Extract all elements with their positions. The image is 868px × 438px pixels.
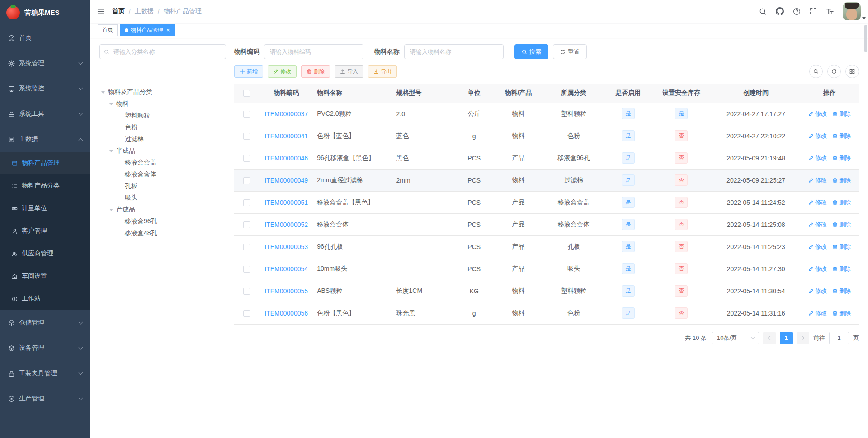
tree-node[interactable]: 过滤棉 (99, 133, 226, 145)
sidebar-item-material-product-mgmt[interactable]: 物料产品管理 (0, 152, 90, 174)
sidebar-item-system[interactable]: 系统管理 (0, 51, 90, 76)
row-checkbox[interactable] (243, 266, 250, 273)
tree-node[interactable]: 色粉 (99, 122, 226, 133)
breadcrumb-item[interactable]: 首页 (112, 7, 125, 15)
tree-node[interactable]: 物料 (99, 98, 226, 110)
row-delete-link[interactable]: 删除 (832, 198, 851, 207)
goto-page-input[interactable] (829, 332, 849, 344)
material-code-link[interactable]: ITEM00000037 (264, 110, 308, 118)
material-code-link[interactable]: ITEM00000051 (264, 199, 308, 206)
material-code-link[interactable]: ITEM00000049 (264, 177, 308, 184)
row-edit-link[interactable]: 修改 (808, 132, 827, 140)
caret-down-icon[interactable] (109, 209, 113, 213)
material-code-link[interactable]: ITEM00000053 (264, 243, 308, 250)
material-code-link[interactable]: ITEM00000041 (264, 132, 308, 140)
columns-button[interactable] (845, 65, 859, 78)
row-delete-link[interactable]: 删除 (832, 132, 851, 140)
tree-node[interactable]: 移液盒48孔 (99, 227, 226, 239)
tree-node[interactable]: 物料及产品分类 (99, 86, 226, 98)
row-delete-link[interactable]: 删除 (832, 221, 851, 229)
tree-node[interactable]: 移液盒96孔 (99, 216, 226, 227)
row-edit-link[interactable]: 修改 (808, 154, 827, 162)
sidebar-item-supplier-mgmt[interactable]: 供应商管理 (0, 242, 90, 265)
row-delete-link[interactable]: 删除 (832, 154, 851, 162)
sidebar-item-warehouse[interactable]: 仓储管理 (0, 310, 90, 335)
row-checkbox[interactable] (243, 221, 250, 228)
sidebar-item-monitor[interactable]: 系统监控 (0, 76, 90, 101)
row-checkbox[interactable] (243, 288, 250, 295)
tree-node[interactable]: 吸头 (99, 192, 226, 204)
sidebar-item-workshop-setting[interactable]: 车间设置 (0, 265, 90, 287)
tree-node[interactable]: 半成品 (99, 145, 226, 157)
row-edit-link[interactable]: 修改 (808, 309, 827, 317)
caret-down-icon[interactable] (109, 150, 113, 154)
row-edit-link[interactable]: 修改 (808, 287, 827, 295)
row-checkbox[interactable] (243, 310, 250, 317)
search-icon[interactable] (755, 0, 771, 23)
row-delete-link[interactable]: 删除 (832, 110, 851, 118)
material-name-input[interactable] (404, 44, 504, 59)
tree-node[interactable]: 移液盒盒盖 (99, 157, 226, 169)
import-button[interactable]: 导入 (335, 65, 363, 78)
sidebar-item-workstation[interactable]: 工作站 (0, 287, 90, 310)
page-1-button[interactable]: 1 (780, 332, 793, 344)
caret-down-icon[interactable] (101, 91, 105, 95)
row-edit-link[interactable]: 修改 (808, 198, 827, 207)
row-edit-link[interactable]: 修改 (808, 110, 827, 118)
refresh-button[interactable] (827, 65, 841, 78)
category-search-input[interactable] (99, 44, 226, 59)
caret-down-icon[interactable] (109, 103, 113, 107)
material-code-link[interactable]: ITEM00000052 (264, 221, 308, 228)
row-delete-link[interactable]: 删除 (832, 309, 851, 317)
row-edit-link[interactable]: 修改 (808, 243, 827, 251)
sidebar-item-home[interactable]: 首页 (0, 25, 90, 51)
sidebar-item-material-product-category[interactable]: 物料产品分类 (0, 174, 90, 197)
material-code-link[interactable]: ITEM00000046 (264, 155, 308, 162)
toggle-search-button[interactable] (809, 65, 823, 78)
scrollbar-thumb[interactable] (864, 25, 867, 52)
row-checkbox[interactable] (243, 133, 250, 140)
close-icon[interactable]: × (166, 27, 170, 33)
font-size-icon[interactable] (821, 0, 838, 23)
row-edit-link[interactable]: 修改 (808, 176, 827, 184)
delete-button[interactable]: 删除 (301, 65, 330, 78)
tree-node[interactable]: 孔板 (99, 180, 226, 192)
row-delete-link[interactable]: 删除 (832, 287, 851, 295)
sidebar-item-measure-unit[interactable]: 计量单位 (0, 197, 90, 220)
sidebar-item-tools[interactable]: 系统工具 (0, 101, 90, 127)
row-checkbox[interactable] (243, 244, 250, 250)
hamburger-icon[interactable] (90, 0, 111, 23)
export-button[interactable]: 导出 (368, 65, 397, 78)
add-button[interactable]: 新增 (234, 65, 263, 78)
select-all-checkbox[interactable] (243, 90, 250, 97)
tab-material-product-mgmt[interactable]: 物料产品管理× (120, 24, 175, 36)
row-edit-link[interactable]: 修改 (808, 221, 827, 229)
row-edit-link[interactable]: 修改 (808, 265, 827, 273)
row-delete-link[interactable]: 删除 (832, 265, 851, 273)
material-code-link[interactable]: ITEM00000056 (264, 310, 308, 317)
avatar[interactable] (843, 2, 861, 20)
row-checkbox[interactable] (243, 155, 250, 162)
edit-button[interactable]: 修改 (268, 65, 297, 78)
logo[interactable]: 苦糖果MES (0, 0, 90, 25)
row-checkbox[interactable] (243, 199, 250, 206)
row-delete-link[interactable]: 删除 (832, 176, 851, 184)
material-code-link[interactable]: ITEM00000055 (264, 287, 308, 295)
sidebar-item-equipment[interactable]: 设备管理 (0, 335, 90, 361)
tree-node[interactable]: 塑料颗粒 (99, 110, 226, 122)
github-icon[interactable] (771, 0, 788, 23)
fullscreen-icon[interactable] (805, 0, 821, 23)
row-checkbox[interactable] (243, 177, 250, 184)
tree-node[interactable]: 产成品 (99, 204, 226, 216)
sidebar-item-fixture[interactable]: 工装夹具管理 (0, 361, 90, 386)
tree-node[interactable]: 移液盒盒体 (99, 169, 226, 180)
material-code-input[interactable] (264, 44, 363, 59)
sidebar-item-customer-mgmt[interactable]: 客户管理 (0, 220, 90, 242)
avatar-menu[interactable] (838, 0, 868, 23)
sidebar-item-production[interactable]: 生产管理 (0, 386, 90, 411)
sidebar-item-masterdata[interactable]: 主数据 (0, 127, 90, 152)
reset-button[interactable]: 重置 (553, 44, 587, 59)
search-button[interactable]: 搜索 (514, 44, 548, 59)
next-page-button[interactable] (797, 332, 809, 344)
row-delete-link[interactable]: 删除 (832, 243, 851, 251)
